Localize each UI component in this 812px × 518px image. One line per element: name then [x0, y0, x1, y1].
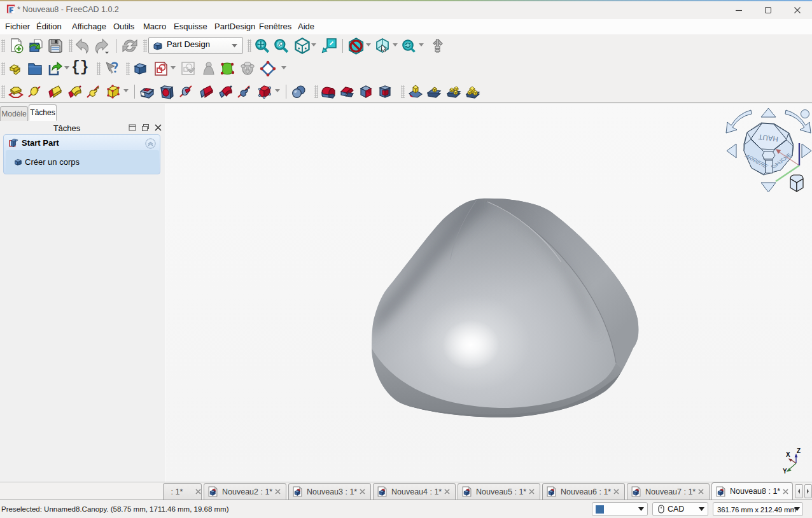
- svg-text:Y: Y: [783, 468, 787, 475]
- svg-text:X: X: [786, 451, 790, 458]
- svg-text:Z: Z: [797, 447, 801, 454]
